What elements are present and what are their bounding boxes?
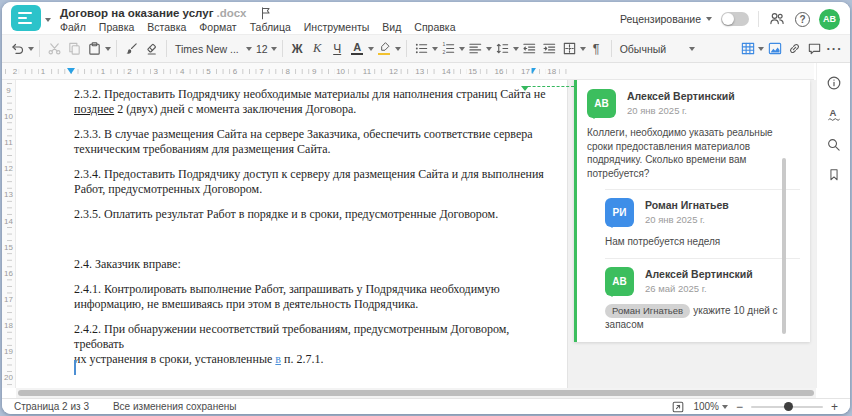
paragraph[interactable]: 2.4. Заказчик вправе:: [74, 257, 546, 272]
review-toggle[interactable]: [721, 12, 749, 26]
menu-item-Инструменты[interactable]: Инструменты: [304, 21, 369, 33]
paste-caret-icon[interactable]: [105, 47, 111, 54]
info-panel-button[interactable]: [826, 75, 842, 91]
zoom-in-button[interactable]: +: [831, 402, 838, 412]
cut-button[interactable]: [45, 38, 64, 60]
italic-button[interactable]: К: [308, 38, 327, 60]
zoom-slider[interactable]: [751, 406, 823, 408]
paragraph-style-select[interactable]: Обычный: [617, 43, 695, 55]
highlight-caret-icon[interactable]: [395, 47, 401, 54]
review-mode-button[interactable]: Рецензирование: [620, 13, 701, 25]
ruler-number: 11: [2, 138, 15, 147]
borders-button[interactable]: [560, 38, 579, 60]
horizontal-scrollbar[interactable]: [16, 388, 816, 398]
undo-button[interactable]: [8, 38, 27, 60]
table-caret-icon[interactable]: [758, 47, 764, 54]
highlight-button[interactable]: [375, 38, 394, 60]
bullet-list-button[interactable]: [412, 38, 431, 60]
paragraph[interactable]: 2.3.2. Предоставить Подрядчику необходим…: [74, 87, 546, 117]
menu-item-Правка[interactable]: Правка: [99, 21, 134, 33]
review-caret-icon[interactable]: [706, 17, 712, 24]
bullet-list-caret-icon[interactable]: [432, 47, 438, 54]
toolbar-more-button[interactable]: ···: [825, 38, 844, 60]
search-button[interactable]: [826, 137, 841, 152]
ruler-number: 9: [2, 86, 15, 95]
comment[interactable]: АВАлексей Вертинский20 янв 2025 г.Коллег…: [587, 89, 800, 180]
ruler-number: 15: [466, 67, 479, 76]
comment-author: Роман Игнатьев: [645, 199, 729, 211]
numbered-list-button[interactable]: 1 2: [439, 38, 458, 60]
fit-width-icon[interactable]: [671, 400, 685, 414]
font-name-value: Times New ...: [172, 43, 246, 55]
paragraph[interactable]: [74, 232, 546, 247]
font-name-select[interactable]: Times New ...: [172, 43, 252, 55]
app-menu-caret-icon[interactable]: [45, 18, 51, 25]
divider: [406, 40, 407, 57]
menu-item-Таблица[interactable]: Таблица: [250, 21, 291, 33]
paragraph[interactable]: 2.3.3. В случае размещения Сайта на серв…: [74, 127, 546, 157]
indent-icon: [542, 41, 557, 56]
indent-marker-left[interactable]: [67, 68, 75, 78]
zoom-slider-knob[interactable]: [784, 402, 793, 411]
align-caret-icon[interactable]: [486, 47, 492, 54]
copy-style-button[interactable]: [122, 38, 141, 60]
align-button[interactable]: [466, 38, 485, 60]
paragraph[interactable]: 2.3.5. Оплатить результат Работ в порядк…: [74, 207, 546, 222]
borders-caret-icon[interactable]: [580, 47, 586, 54]
insert-table-button[interactable]: [738, 38, 757, 60]
insert-link-button[interactable]: [785, 38, 804, 60]
users-icon[interactable]: [768, 11, 786, 27]
font-size-select[interactable]: 12: [253, 43, 277, 55]
insert-comment-button[interactable]: [805, 38, 824, 60]
insert-group: ···: [738, 38, 844, 60]
page-indicator[interactable]: Страница 2 из 3: [14, 401, 89, 412]
document-text[interactable]: 2.3.2. Предоставить Подрядчику необходим…: [74, 87, 546, 377]
line-spacing-button[interactable]: [493, 38, 512, 60]
increase-indent-button[interactable]: [540, 38, 559, 60]
ruler-number: 9: [310, 67, 318, 76]
user-avatar[interactable]: АВ: [819, 9, 840, 30]
font-color-caret-icon[interactable]: [368, 47, 374, 54]
menu-item-Справка[interactable]: Справка: [414, 21, 455, 33]
zoom-value: 100%: [693, 401, 719, 412]
numbered-list-caret-icon[interactable]: [459, 47, 465, 54]
vertical-ruler[interactable]: 91011121314151617181920: [2, 80, 16, 388]
divider: [166, 40, 167, 57]
menu-item-Вид[interactable]: Вид: [382, 21, 401, 33]
comment-reply[interactable]: АВАлексей Вертинский26 май 2025 г.Роман …: [605, 258, 800, 332]
document-page[interactable]: 2.3.2. Предоставить Подрядчику необходим…: [16, 80, 568, 388]
clear-style-button[interactable]: [142, 38, 161, 60]
spellcheck-button[interactable]: А: [826, 106, 842, 122]
paragraph[interactable]: 2.4.2. При обнаружении несоответствий тр…: [74, 322, 546, 367]
zoom-value-select[interactable]: 100%: [693, 401, 728, 412]
image-icon: [767, 41, 783, 56]
nonprinting-chars-button[interactable]: ¶: [587, 38, 606, 60]
horizontal-scroll-thumb[interactable]: [18, 390, 814, 396]
zoom-caret-icon: [722, 405, 728, 412]
underline-button[interactable]: Ч: [328, 38, 347, 60]
menu-item-Формат[interactable]: Формат: [199, 21, 236, 33]
paragraph[interactable]: 2.3.4. Предоставить Подрядчику доступ к …: [74, 167, 546, 197]
undo-caret-icon[interactable]: [28, 47, 34, 54]
help-icon[interactable]: ?: [795, 12, 810, 27]
comment-thread[interactable]: АВАлексей Вертинский20 янв 2025 г.Коллег…: [574, 80, 810, 342]
menu-item-Вставка[interactable]: Вставка: [147, 21, 186, 33]
paragraph[interactable]: 2.4.1. Контролировать выполнение Работ, …: [74, 282, 546, 312]
bold-button[interactable]: Ж: [288, 38, 307, 60]
vertical-scrollbar[interactable]: [782, 158, 786, 334]
mention-chip[interactable]: Роман Игнатьев: [605, 304, 690, 319]
horizontal-ruler[interactable]: 21123456789101112131415161718: [2, 63, 814, 80]
paste-button[interactable]: [85, 38, 104, 60]
save-status: Все изменения сохранены: [113, 401, 236, 412]
zoom-out-button[interactable]: −: [736, 402, 743, 412]
decrease-indent-button[interactable]: [520, 38, 539, 60]
copy-button[interactable]: [65, 38, 84, 60]
comment-reply[interactable]: РИРоман Игнатьев20 янв 2025 г.Нам потреб…: [605, 189, 800, 249]
font-color-button[interactable]: А: [348, 38, 367, 60]
app-menu-button[interactable]: [11, 5, 41, 31]
flag-icon[interactable]: [259, 6, 273, 20]
bookmarks-button[interactable]: [827, 167, 841, 182]
insert-image-button[interactable]: [765, 38, 784, 60]
menu-item-Файл[interactable]: Файл: [60, 21, 86, 33]
line-spacing-caret-icon[interactable]: [513, 47, 519, 54]
